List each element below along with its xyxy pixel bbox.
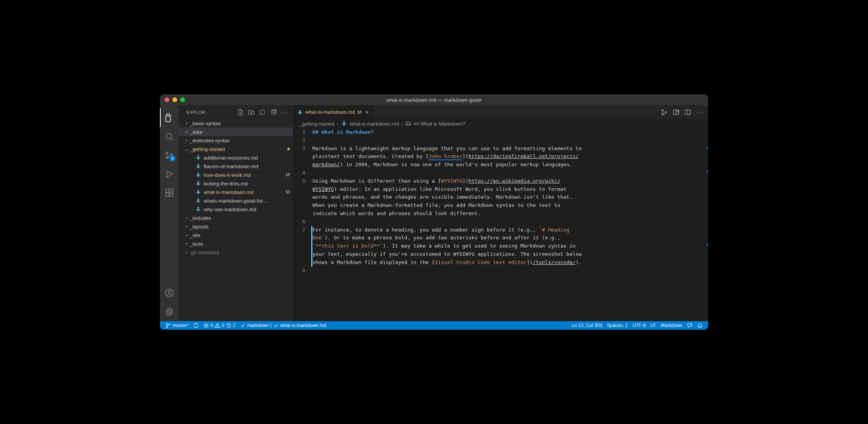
accounts-icon[interactable] (160, 284, 179, 302)
tree-folder[interactable]: ›_includes (179, 214, 293, 222)
svg-rect-7 (166, 193, 169, 196)
svg-rect-8 (170, 193, 173, 196)
breadcrumb-file[interactable]: what-is-markdown.md (350, 121, 399, 127)
chevron-icon: › (183, 120, 190, 126)
tree-folder[interactable]: ›_basic-syntax (179, 119, 293, 128)
code-content[interactable]: ## What is Markdown? Markdown is a light… (312, 128, 708, 321)
tree-label: _basic-syntax (190, 120, 290, 126)
eol[interactable]: LF (648, 321, 658, 330)
scm-badge: 4 (169, 155, 176, 162)
search-icon[interactable] (160, 127, 179, 146)
chevron-icon: › (183, 232, 190, 238)
traffic-lights (165, 97, 185, 102)
close-window[interactable] (165, 97, 169, 102)
editor-area: what-is-markdown.md M × ··· _getting-sta… (293, 105, 708, 321)
breadcrumbs[interactable]: _getting-started › what-is-markdown.md ›… (293, 119, 708, 128)
collapse-all-icon[interactable] (270, 109, 276, 115)
tab-what-is-markdown[interactable]: what-is-markdown.md M × (293, 105, 373, 119)
tab-status: M (357, 110, 361, 115)
tab-label: what-is-markdown.md (305, 109, 355, 115)
svg-point-40 (691, 323, 692, 325)
svg-point-19 (662, 110, 664, 111)
sidebar-title: EXPLOR… (187, 110, 234, 115)
indentation[interactable]: Spaces: 2 (604, 321, 630, 330)
chevron-icon: › (183, 138, 190, 143)
settings-gear-icon[interactable] (160, 302, 179, 321)
window-title: what-is-markdown.md — markdown-guide (386, 97, 481, 103)
feedback-icon[interactable] (685, 321, 695, 330)
tree-file[interactable]: kicking-the-tires.md (179, 179, 293, 188)
svg-point-11 (168, 291, 170, 293)
markdown-file-icon (195, 155, 201, 161)
sidebar-header: EXPLOR… ··· (179, 105, 293, 119)
tree-label: _tools (190, 241, 290, 247)
notifications-icon[interactable] (695, 321, 705, 330)
tree-file[interactable]: additional-resources.md (179, 153, 293, 162)
open-preview-icon[interactable] (673, 109, 679, 115)
svg-text:abc: abc (407, 122, 411, 125)
markdown-file-icon (195, 189, 201, 195)
file-tree: ›_basic-syntax›_data›_extended-syntax⌄_g… (179, 119, 293, 321)
tree-file[interactable]: flavors-of-markdown.md (179, 162, 293, 171)
sidebar: EXPLOR… ··· ›_basic-syntax›_data›_extend… (179, 105, 293, 321)
tree-label: _data (190, 129, 290, 135)
tree-file[interactable]: how-does-it-work.mdM (179, 171, 293, 179)
spellcheck-dict[interactable]: markdown | what-is-markdown.md (238, 321, 328, 330)
compare-changes-icon[interactable] (661, 109, 667, 115)
chevron-icon: › (183, 241, 190, 246)
run-debug-icon[interactable] (160, 165, 179, 183)
tree-folder[interactable]: ⌄_getting-started (179, 145, 293, 153)
markdown-file-icon (195, 206, 201, 212)
tree-folder[interactable]: ›_extended-syntax (179, 136, 293, 145)
editor[interactable]: 1 2 3 . . 4 5 . . . . 6 7 . . . . (293, 128, 708, 321)
problems[interactable]: 0 0 2 (201, 321, 238, 330)
minimize-window[interactable] (172, 97, 177, 102)
activity-bar: 4 (160, 105, 179, 321)
tree-folder[interactable]: ›_site (179, 231, 293, 239)
vscode-window: what-is-markdown.md — markdown-guide 4 (160, 94, 708, 330)
breadcrumb-folder[interactable]: _getting-started (299, 121, 334, 127)
git-branch[interactable]: master* (163, 321, 191, 330)
tree-label: _includes (190, 215, 290, 221)
tree-folder[interactable]: ›_data (179, 128, 293, 136)
tree-label: what-is-markdown.md (204, 189, 284, 195)
tree-file[interactable]: whats-markdown-good-for… (179, 196, 293, 205)
tree-folder[interactable]: ›_tools (179, 239, 293, 248)
svg-point-29 (166, 323, 167, 324)
sync-icon[interactable] (191, 321, 201, 330)
tree-file[interactable]: why-use-markdown.md (179, 205, 293, 214)
more-icon[interactable]: ··· (281, 109, 288, 115)
extensions-icon[interactable] (160, 183, 179, 202)
source-control-icon[interactable]: 4 (160, 146, 179, 165)
markdown-file-icon (195, 198, 201, 204)
breadcrumb-symbol[interactable]: ## What is Markdown? (413, 121, 465, 127)
chevron-right-icon: › (337, 121, 338, 127)
close-tab-icon[interactable]: × (365, 109, 369, 115)
tree-label: additional-resources.md (204, 155, 290, 161)
encoding[interactable]: UTF-8 (630, 321, 648, 330)
tree-folder[interactable]: ›_layouts (179, 222, 293, 231)
tree-label: _site (190, 232, 290, 238)
modified-indicator: M (286, 189, 290, 195)
tree-folder[interactable]: ›.git-metadata (179, 248, 293, 257)
explorer-icon[interactable] (160, 108, 179, 127)
svg-point-21 (665, 111, 667, 113)
more-actions-icon[interactable]: ··· (696, 109, 703, 115)
overview-ruler[interactable] (707, 128, 708, 321)
split-editor-icon[interactable] (685, 109, 691, 115)
tree-file[interactable]: what-is-markdown.mdM (179, 188, 293, 196)
maximize-window[interactable] (180, 97, 185, 102)
svg-point-20 (662, 113, 664, 115)
markdown-file-icon (195, 172, 201, 178)
markdown-file-icon (341, 120, 347, 127)
markdown-file-icon (195, 163, 201, 169)
new-file-icon[interactable] (237, 109, 244, 115)
statusbar: master* 0 0 2 markdown | what-is-markdow… (160, 321, 708, 330)
chevron-icon: › (183, 224, 190, 229)
new-folder-icon[interactable] (248, 109, 255, 115)
language-mode[interactable]: Markdown (658, 321, 685, 330)
line-numbers: 1 2 3 . . 4 5 . . . . 6 7 . . . . (293, 128, 312, 321)
cursor-position[interactable]: Ln 13, Col 303 (569, 321, 604, 330)
titlebar[interactable]: what-is-markdown.md — markdown-guide (160, 94, 708, 105)
refresh-icon[interactable] (259, 109, 265, 115)
